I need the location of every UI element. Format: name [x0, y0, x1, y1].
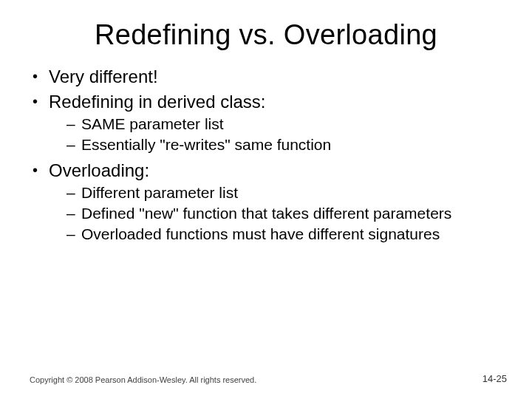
list-item: Overloaded functions must have different… [65, 225, 502, 244]
list-item: SAME parameter list [65, 115, 502, 134]
bullet-text: Very different! [49, 66, 158, 86]
bullet-list: Very different! Redefining in derived cl… [30, 66, 502, 244]
bullet-text: SAME parameter list [81, 115, 224, 132]
bullet-text: Redefining in derived class: [49, 92, 266, 112]
slide: Redefining vs. Overloading Very differen… [0, 0, 532, 399]
sub-bullet-list: SAME parameter list Essentially "re-writ… [49, 115, 502, 155]
slide-body: Very different! Redefining in derived cl… [0, 58, 532, 244]
bullet-text: Overloaded functions must have different… [81, 225, 440, 242]
bullet-text: Overloading: [49, 160, 149, 180]
list-item: Essentially "re-writes" same function [65, 135, 502, 154]
list-item: Defined "new" function that takes differ… [65, 204, 502, 223]
list-item: Redefining in derived class: SAME parame… [30, 91, 502, 155]
footer-page-number: 14-25 [482, 373, 507, 384]
bullet-text: Different parameter list [81, 184, 238, 201]
list-item: Very different! [30, 66, 502, 88]
bullet-text: Essentially "re-writes" same function [81, 136, 331, 153]
slide-title: Redefining vs. Overloading [0, 0, 532, 58]
sub-bullet-list: Different parameter list Defined "new" f… [49, 183, 502, 245]
list-item: Overloading: Different parameter list De… [30, 160, 502, 245]
bullet-text: Defined "new" function that takes differ… [81, 205, 451, 222]
footer-copyright: Copyright © 2008 Pearson Addison-Wesley.… [30, 375, 256, 384]
list-item: Different parameter list [65, 183, 502, 202]
